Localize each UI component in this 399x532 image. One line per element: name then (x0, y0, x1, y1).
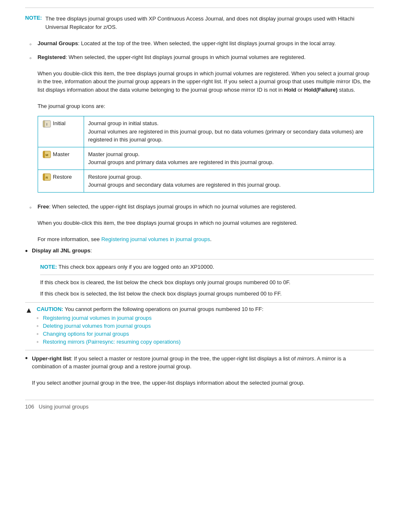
initial-desc-cell: Journal group in initial status. Journal… (84, 116, 373, 147)
master-desc1: Master journal group. (88, 151, 140, 157)
upper-right-para1: : If you select a master or restore jour… (32, 355, 346, 370)
caution-text: You cannot perform the following operati… (65, 306, 263, 312)
note-text-2: This check box appears only if you are l… (59, 264, 214, 270)
display-jnl-para2: If this check box is selected, the list … (40, 290, 374, 298)
restore-desc-cell: Restore journal group. Journal groups an… (84, 170, 373, 192)
free-extra1: When you double-click this item, the tre… (38, 220, 297, 226)
note-block-1: NOTE: The tree displays journal groups u… (25, 12, 374, 33)
caution-item-3: ◦ Changing options for journal groups (37, 331, 374, 337)
sub-text-registered: The journal group icons are: (38, 103, 105, 109)
note-label-1: NOTE: (25, 15, 42, 31)
svg-text:M: M (45, 153, 48, 157)
caution-item-4: ◦ Restoring mirrors (Pairresync: resumin… (37, 339, 374, 345)
caution-link-1[interactable]: Registering journal volumes in journal g… (43, 315, 151, 321)
caution-item-2-circle: ◦ (37, 323, 39, 329)
bullet-def-registered: : When selected, the upper-right list di… (66, 54, 306, 60)
bullet-content-journal-groups: Journal Groups: Located at the top of th… (38, 39, 374, 49)
bullet-extra-registered: When you double-click this item, the tre… (38, 70, 371, 93)
display-jnl-para1: If this check box is cleared, the list b… (40, 278, 374, 287)
initial-icon: I (42, 120, 51, 128)
upper-right-dot: • (25, 354, 28, 387)
restore-icon-label: Restore (53, 174, 72, 180)
table-row-master: M Master Master journal group. Journal g… (38, 147, 373, 170)
table-row-restore: R Restore Restore journal group. Journal… (38, 170, 373, 192)
page-footer: 106 Using journal groups (25, 400, 374, 410)
caution-label: CAUTION: (37, 306, 64, 312)
svg-rect-1 (43, 121, 45, 127)
icon-cell-restore: R Restore (38, 170, 84, 192)
bold-hold: Hold (284, 87, 296, 93)
caution-triangle-icon: ▲ (25, 306, 33, 315)
footer-text: Using journal groups (39, 403, 89, 410)
bullet-def-free: : When selected, the upper-right list di… (49, 203, 297, 210)
free-extra2-end: . (210, 236, 212, 242)
bold-hold-failure: Hold(Failure) (304, 87, 338, 93)
bullet-content-registered: Registered: When selected, the upper-rig… (38, 53, 374, 198)
display-jnl-label: Display all JNL groups (32, 247, 90, 254)
caution-link-3[interactable]: Changing options for journal groups (43, 331, 129, 337)
caution-list: ◦ Registering journal volumes in journal… (37, 315, 374, 345)
master-desc2: Journal groups and primary data volumes … (88, 159, 274, 165)
caution-block: ▲ CAUTION: You cannot perform the follow… (25, 302, 374, 350)
initial-desc2: Journal volumes are registered in this j… (88, 129, 363, 143)
bullet-content-free: Free: When selected, the upper-right lis… (38, 203, 374, 244)
bullet-circle-free: ◦ (29, 203, 32, 244)
note-box-2: NOTE: This check box appears only if you… (40, 259, 374, 275)
caution-link-2[interactable]: Deleting journal volumes from journal gr… (43, 323, 151, 329)
bullet-circle-2: ◦ (29, 54, 32, 198)
caution-item-2: ◦ Deleting journal volumes from journal … (37, 323, 374, 329)
display-jnl-content: NOTE: This check box appears only if you… (25, 259, 374, 298)
master-icon-label: Master (53, 151, 69, 157)
icon-cell-master: M Master (38, 147, 84, 170)
bullet-journal-groups: ◦ Journal Groups: Located at the top of … (25, 39, 374, 49)
bullet-registered: ◦ Registered: When selected, the upper-r… (25, 53, 374, 198)
main-bullet-list: ◦ Journal Groups: Located at the top of … (25, 39, 374, 243)
bullet-def-journal-groups: : Located at the top of the tree. When s… (78, 40, 335, 46)
display-jnl-colon: : (90, 247, 92, 254)
free-extra2: For more information, see (38, 236, 100, 242)
master-desc-cell: Master journal group. Journal groups and… (84, 147, 373, 170)
caution-link-4[interactable]: Restoring mirrors (Pairresync: resuming … (43, 339, 180, 345)
caution-content: CAUTION: You cannot perform the followin… (37, 306, 374, 347)
jg-icons-table: I Initial Journal group in initial statu… (38, 116, 374, 193)
bullet-term-free: Free (38, 203, 49, 210)
top-rule (25, 8, 374, 8)
note-label-2: NOTE: (40, 264, 57, 270)
svg-rect-7 (43, 174, 45, 180)
bullet-term-registered: Registered (38, 54, 66, 60)
registering-link-1[interactable]: Registering journal volumes in journal g… (101, 236, 210, 242)
upper-right-label: Upper-right list (32, 355, 71, 362)
svg-text:R: R (46, 176, 48, 180)
mirrors-italic: mirrors (297, 355, 314, 362)
caution-item-1: ◦ Registering journal volumes in journal… (37, 315, 374, 321)
bullet-term-journal-groups: Journal Groups (38, 40, 78, 46)
caution-item-4-circle: ◦ (37, 339, 39, 345)
restore-desc2: Journal groups and secondary data volume… (88, 182, 281, 188)
initial-icon-label: Initial (53, 120, 65, 126)
display-jnl-section: • Display all JNL groups: (25, 247, 374, 256)
svg-rect-4 (43, 151, 45, 158)
footer-page: 106 (25, 403, 34, 410)
table-row-initial: I Initial Journal group in initial statu… (38, 116, 373, 147)
icon-cell-initial: I Initial (38, 116, 84, 147)
bullet-free: ◦ Free: When selected, the upper-right l… (25, 203, 374, 244)
caution-item-3-circle: ◦ (37, 331, 39, 337)
upper-right-para2: If you select another journal group in t… (32, 380, 304, 386)
caution-item-1-circle: ◦ (37, 315, 39, 321)
note-text-1: The tree displays journal groups used wi… (45, 15, 374, 31)
upper-right-section: • Upper-right list: If you select a mast… (25, 355, 374, 387)
display-jnl-label-wrapper: Display all JNL groups: (32, 247, 92, 256)
initial-desc1: Journal group in initial status. (88, 120, 159, 126)
restore-icon: R (42, 173, 51, 181)
svg-text:I: I (46, 122, 47, 126)
bullet-circle-1: ◦ (29, 40, 32, 49)
master-icon: M (42, 150, 51, 159)
upper-right-content: Upper-right list: If you select a master… (32, 355, 374, 387)
display-jnl-dot: • (25, 247, 28, 256)
restore-desc1: Restore journal group. (88, 174, 142, 180)
